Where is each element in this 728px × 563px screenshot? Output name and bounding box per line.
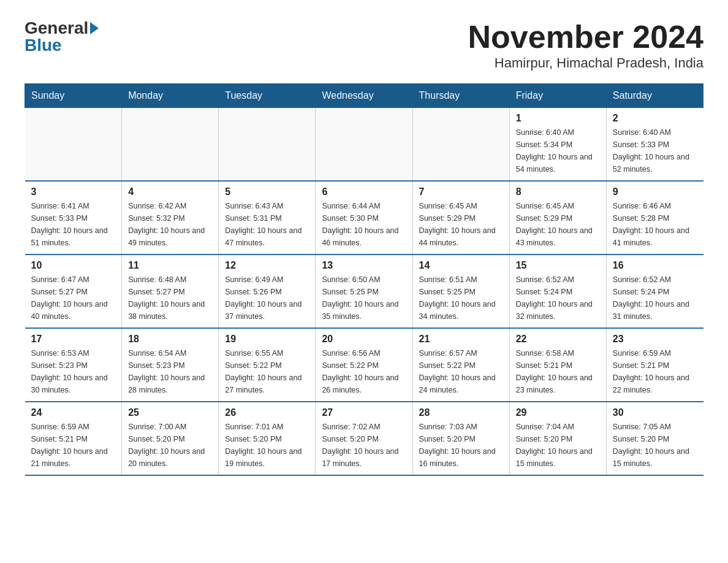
day-info: Sunrise: 6:40 AMSunset: 5:33 PMDaylight:… <box>613 126 697 175</box>
day-info: Sunrise: 6:52 AMSunset: 5:24 PMDaylight:… <box>613 274 697 323</box>
day-info: Sunrise: 6:45 AMSunset: 5:29 PMDaylight:… <box>516 200 600 249</box>
logo: General Blue <box>25 18 99 55</box>
day-info: Sunrise: 6:48 AMSunset: 5:27 PMDaylight:… <box>128 274 212 323</box>
calendar-cell: 6Sunrise: 6:44 AMSunset: 5:30 PMDaylight… <box>316 181 412 255</box>
calendar-cell: 3Sunrise: 6:41 AMSunset: 5:33 PMDaylight… <box>25 181 122 255</box>
week-row-2: 3Sunrise: 6:41 AMSunset: 5:33 PMDaylight… <box>25 181 703 255</box>
week-row-3: 10Sunrise: 6:47 AMSunset: 5:27 PMDayligh… <box>25 255 703 328</box>
page-header: General Blue November 2024 Hamirpur, Him… <box>25 18 703 71</box>
day-info: Sunrise: 7:00 AMSunset: 5:20 PMDaylight:… <box>128 421 212 470</box>
calendar-cell: 5Sunrise: 6:43 AMSunset: 5:31 PMDaylight… <box>219 181 316 255</box>
day-info: Sunrise: 6:50 AMSunset: 5:25 PMDaylight:… <box>322 274 406 323</box>
day-info: Sunrise: 6:56 AMSunset: 5:22 PMDaylight:… <box>322 347 406 396</box>
day-number: 8 <box>516 186 600 197</box>
day-info: Sunrise: 6:40 AMSunset: 5:34 PMDaylight:… <box>516 126 600 175</box>
calendar-cell: 22Sunrise: 6:58 AMSunset: 5:21 PMDayligh… <box>509 328 606 402</box>
calendar-cell: 26Sunrise: 7:01 AMSunset: 5:20 PMDayligh… <box>219 402 316 475</box>
calendar-cell <box>122 108 219 182</box>
calendar-cell: 12Sunrise: 6:49 AMSunset: 5:26 PMDayligh… <box>219 255 316 328</box>
calendar-cell: 20Sunrise: 6:56 AMSunset: 5:22 PMDayligh… <box>316 328 412 402</box>
month-title: November 2024 <box>468 18 703 55</box>
calendar-cell <box>219 108 316 182</box>
calendar-cell <box>25 108 122 182</box>
calendar-cell: 11Sunrise: 6:48 AMSunset: 5:27 PMDayligh… <box>122 255 219 328</box>
calendar-cell: 24Sunrise: 6:59 AMSunset: 5:21 PMDayligh… <box>25 402 122 475</box>
day-number: 26 <box>225 407 309 418</box>
day-info: Sunrise: 7:02 AMSunset: 5:20 PMDaylight:… <box>322 421 406 470</box>
calendar-cell: 4Sunrise: 6:42 AMSunset: 5:32 PMDaylight… <box>122 181 219 255</box>
day-number: 2 <box>613 113 697 124</box>
day-number: 3 <box>31 186 116 197</box>
calendar-cell: 28Sunrise: 7:03 AMSunset: 5:20 PMDayligh… <box>412 402 509 475</box>
calendar-cell <box>316 108 412 182</box>
calendar-cell: 2Sunrise: 6:40 AMSunset: 5:33 PMDaylight… <box>606 108 703 182</box>
day-number: 10 <box>31 260 116 271</box>
week-row-4: 17Sunrise: 6:53 AMSunset: 5:23 PMDayligh… <box>25 328 703 402</box>
day-info: Sunrise: 6:54 AMSunset: 5:23 PMDaylight:… <box>128 347 212 396</box>
weekday-header-saturday: Saturday <box>606 84 703 108</box>
day-number: 9 <box>613 186 697 197</box>
title-section: November 2024 Hamirpur, Himachal Pradesh… <box>468 18 703 71</box>
calendar-cell: 15Sunrise: 6:52 AMSunset: 5:24 PMDayligh… <box>509 255 606 328</box>
day-info: Sunrise: 7:01 AMSunset: 5:20 PMDaylight:… <box>225 421 309 470</box>
day-info: Sunrise: 6:44 AMSunset: 5:30 PMDaylight:… <box>322 200 406 249</box>
calendar-cell: 29Sunrise: 7:04 AMSunset: 5:20 PMDayligh… <box>509 402 606 475</box>
day-number: 15 <box>516 260 600 271</box>
calendar-table: SundayMondayTuesdayWednesdayThursdayFrid… <box>25 83 703 476</box>
day-number: 27 <box>322 407 406 418</box>
day-info: Sunrise: 6:58 AMSunset: 5:21 PMDaylight:… <box>516 347 600 396</box>
week-row-5: 24Sunrise: 6:59 AMSunset: 5:21 PMDayligh… <box>25 402 703 475</box>
week-row-1: 1Sunrise: 6:40 AMSunset: 5:34 PMDaylight… <box>25 108 703 182</box>
day-number: 4 <box>128 186 212 197</box>
day-number: 6 <box>322 186 406 197</box>
day-info: Sunrise: 7:03 AMSunset: 5:20 PMDaylight:… <box>419 421 503 470</box>
day-info: Sunrise: 6:53 AMSunset: 5:23 PMDaylight:… <box>31 347 116 396</box>
weekday-header-tuesday: Tuesday <box>219 84 316 108</box>
day-number: 25 <box>128 407 212 418</box>
day-number: 23 <box>613 334 697 345</box>
logo-arrow-icon <box>90 22 99 34</box>
day-number: 12 <box>225 260 309 271</box>
day-info: Sunrise: 6:51 AMSunset: 5:25 PMDaylight:… <box>419 274 503 323</box>
day-number: 7 <box>419 186 503 197</box>
day-info: Sunrise: 6:49 AMSunset: 5:26 PMDaylight:… <box>225 274 309 323</box>
calendar-cell: 13Sunrise: 6:50 AMSunset: 5:25 PMDayligh… <box>316 255 412 328</box>
day-number: 18 <box>128 334 212 345</box>
day-info: Sunrise: 6:59 AMSunset: 5:21 PMDaylight:… <box>31 421 116 470</box>
calendar-cell: 1Sunrise: 6:40 AMSunset: 5:34 PMDaylight… <box>509 108 606 182</box>
day-info: Sunrise: 6:46 AMSunset: 5:28 PMDaylight:… <box>613 200 697 249</box>
calendar-cell: 14Sunrise: 6:51 AMSunset: 5:25 PMDayligh… <box>412 255 509 328</box>
day-info: Sunrise: 6:52 AMSunset: 5:24 PMDaylight:… <box>516 274 600 323</box>
weekday-header-wednesday: Wednesday <box>316 84 412 108</box>
calendar-cell: 10Sunrise: 6:47 AMSunset: 5:27 PMDayligh… <box>25 255 122 328</box>
day-info: Sunrise: 7:04 AMSunset: 5:20 PMDaylight:… <box>516 421 600 470</box>
day-number: 20 <box>322 334 406 345</box>
location-text: Hamirpur, Himachal Pradesh, India <box>468 55 703 71</box>
weekday-header-row: SundayMondayTuesdayWednesdayThursdayFrid… <box>25 84 703 108</box>
calendar-cell: 19Sunrise: 6:55 AMSunset: 5:22 PMDayligh… <box>219 328 316 402</box>
day-number: 14 <box>419 260 503 271</box>
day-number: 22 <box>516 334 600 345</box>
day-info: Sunrise: 6:57 AMSunset: 5:22 PMDaylight:… <box>419 347 503 396</box>
calendar-cell: 27Sunrise: 7:02 AMSunset: 5:20 PMDayligh… <box>316 402 412 475</box>
calendar-cell: 23Sunrise: 6:59 AMSunset: 5:21 PMDayligh… <box>606 328 703 402</box>
day-number: 1 <box>516 113 600 124</box>
day-number: 17 <box>31 334 116 345</box>
day-info: Sunrise: 6:47 AMSunset: 5:27 PMDaylight:… <box>31 274 116 323</box>
calendar-cell: 9Sunrise: 6:46 AMSunset: 5:28 PMDaylight… <box>606 181 703 255</box>
calendar-cell: 21Sunrise: 6:57 AMSunset: 5:22 PMDayligh… <box>412 328 509 402</box>
weekday-header-monday: Monday <box>122 84 219 108</box>
day-number: 5 <box>225 186 309 197</box>
day-number: 16 <box>613 260 697 271</box>
day-info: Sunrise: 6:41 AMSunset: 5:33 PMDaylight:… <box>31 200 116 249</box>
calendar-cell: 18Sunrise: 6:54 AMSunset: 5:23 PMDayligh… <box>122 328 219 402</box>
day-number: 24 <box>31 407 116 418</box>
logo-blue-text: Blue <box>25 36 62 55</box>
day-info: Sunrise: 6:55 AMSunset: 5:22 PMDaylight:… <box>225 347 309 396</box>
weekday-header-friday: Friday <box>509 84 606 108</box>
calendar-cell: 8Sunrise: 6:45 AMSunset: 5:29 PMDaylight… <box>509 181 606 255</box>
calendar-cell: 30Sunrise: 7:05 AMSunset: 5:20 PMDayligh… <box>606 402 703 475</box>
calendar-cell: 16Sunrise: 6:52 AMSunset: 5:24 PMDayligh… <box>606 255 703 328</box>
calendar-cell: 17Sunrise: 6:53 AMSunset: 5:23 PMDayligh… <box>25 328 122 402</box>
day-info: Sunrise: 6:45 AMSunset: 5:29 PMDaylight:… <box>419 200 503 249</box>
